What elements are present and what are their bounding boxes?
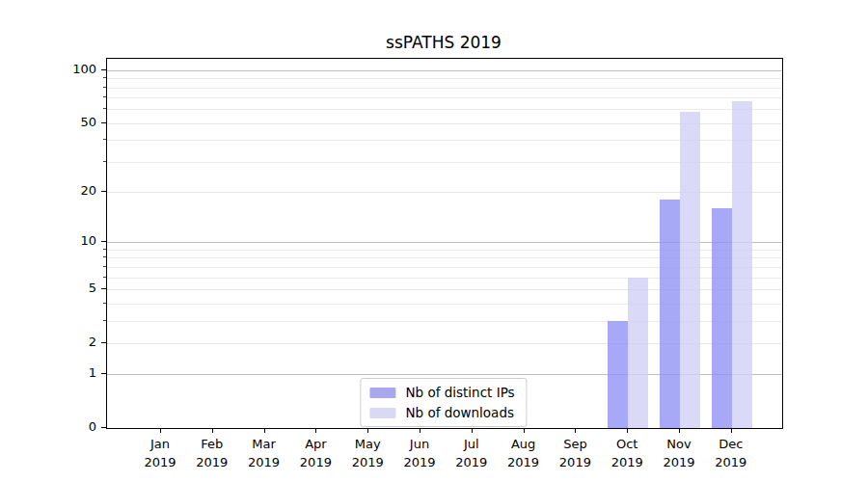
x-tick-label: Feb 2019 — [185, 435, 239, 471]
plot-area — [106, 58, 783, 429]
y-tick-mark — [101, 288, 106, 289]
legend-label: Nb of distinct IPs — [405, 386, 514, 399]
x-tick-mark — [731, 428, 732, 433]
legend-label: Nb of downloads — [405, 406, 514, 419]
x-tick-label: Jun 2019 — [393, 435, 447, 471]
y-tick-label: 5 — [56, 281, 96, 296]
x-tick-label: Oct 2019 — [600, 435, 654, 471]
x-tick-label: Aug 2019 — [497, 435, 551, 471]
y-tick-label: 20 — [56, 183, 96, 199]
y-tick-mark — [101, 342, 106, 343]
y-minor-tick-mark — [103, 303, 106, 304]
bar-series0-month11 — [712, 208, 732, 428]
bar-series1-month9 — [628, 278, 648, 429]
x-tick-label: Mar 2019 — [237, 435, 291, 471]
bar-series1-month11 — [732, 101, 752, 429]
bar-series0-month9 — [608, 321, 628, 429]
grid-line-minor — [107, 88, 782, 89]
y-minor-tick-mark — [103, 108, 106, 109]
bar-series1-month10 — [680, 112, 700, 428]
x-tick-mark — [627, 428, 628, 433]
x-tick-mark — [420, 428, 420, 433]
y-minor-tick-mark — [103, 249, 106, 250]
y-tick-label: 0 — [56, 419, 96, 435]
y-tick-mark — [101, 69, 106, 70]
x-tick-mark — [472, 428, 473, 433]
grid-line-minor — [107, 78, 782, 79]
grid-line-minor — [107, 97, 782, 98]
y-minor-tick-mark — [103, 320, 106, 321]
y-minor-tick-mark — [103, 266, 106, 267]
y-minor-tick-mark — [103, 277, 106, 278]
y-minor-tick-mark — [103, 77, 106, 78]
grid-line-minor — [107, 109, 782, 110]
grid-line-major — [107, 70, 782, 71]
y-tick-mark — [101, 373, 106, 374]
y-tick-mark — [101, 191, 106, 192]
y-minor-tick-mark — [103, 139, 106, 140]
y-tick-label: 100 — [56, 62, 96, 77]
x-tick-mark — [264, 428, 265, 433]
x-tick-mark — [367, 428, 368, 433]
chart-title: ssPATHS 2019 — [106, 33, 781, 54]
bar-series0-month10 — [660, 200, 680, 428]
x-tick-label: Dec 2019 — [704, 435, 758, 471]
y-tick-label: 1 — [56, 365, 96, 381]
x-tick-mark — [160, 428, 161, 433]
y-tick-mark — [101, 122, 106, 123]
legend: Nb of distinct IPsNb of downloads — [360, 378, 527, 427]
y-tick-label: 2 — [56, 335, 96, 350]
y-minor-tick-mark — [103, 87, 106, 88]
legend-swatch-icon — [369, 408, 395, 418]
y-minor-tick-mark — [103, 256, 106, 257]
y-minor-tick-mark — [103, 96, 106, 97]
y-minor-tick-mark — [103, 161, 106, 162]
x-tick-mark — [575, 428, 576, 433]
legend-swatch-icon — [369, 388, 395, 398]
legend-row: Nb of downloads — [369, 406, 514, 419]
y-tick-mark — [101, 427, 106, 428]
chart-figure: ssPATHS 2019 0125102050100 Jan 2019Feb 2… — [0, 0, 868, 482]
x-tick-mark — [315, 428, 316, 433]
y-tick-mark — [101, 241, 106, 242]
y-tick-label: 50 — [56, 115, 96, 130]
x-tick-mark — [524, 428, 525, 433]
x-tick-label: Jul 2019 — [445, 435, 499, 471]
y-tick-label: 10 — [56, 233, 96, 249]
x-tick-label: Apr 2019 — [288, 435, 342, 471]
x-tick-mark — [212, 428, 213, 433]
x-tick-label: May 2019 — [340, 435, 394, 471]
legend-row: Nb of distinct IPs — [369, 386, 514, 399]
x-tick-label: Sep 2019 — [548, 435, 602, 471]
x-tick-label: Nov 2019 — [652, 435, 706, 471]
x-tick-mark — [679, 428, 680, 433]
x-tick-label: Jan 2019 — [133, 435, 187, 471]
